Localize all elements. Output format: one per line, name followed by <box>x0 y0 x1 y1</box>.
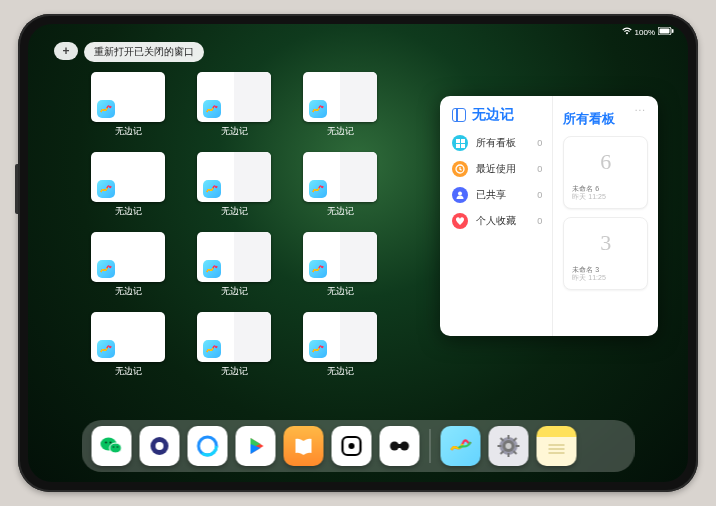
freeform-app-icon <box>203 100 221 118</box>
svg-rect-2 <box>672 29 674 33</box>
freeform-app-icon <box>309 340 327 358</box>
window-preview <box>91 312 165 362</box>
screen: 100% + 重新打开已关闭的窗口 无边记 无边记 <box>28 24 688 482</box>
window-label: 无边记 <box>327 205 354 218</box>
dock-app-freeform[interactable] <box>441 426 481 466</box>
window-preview <box>197 72 271 122</box>
clock-icon <box>452 161 468 177</box>
battery-icon <box>658 27 674 37</box>
window-preview <box>303 232 377 282</box>
dock-app-quark[interactable] <box>140 426 180 466</box>
sidebar-item-label: 已共享 <box>476 188 506 202</box>
sidebar-item-count: 0 <box>537 216 542 226</box>
svg-line-32 <box>514 451 517 454</box>
heart-icon <box>452 213 468 229</box>
sidebar-item[interactable]: 所有看板 0 <box>452 130 542 156</box>
window-thumbnail[interactable]: 无边记 <box>82 312 174 384</box>
freeform-app-icon <box>97 340 115 358</box>
dock-app-wechat[interactable] <box>92 426 132 466</box>
window-thumbnail[interactable]: 无边记 <box>294 152 386 224</box>
svg-point-26 <box>506 443 512 449</box>
window-preview <box>303 312 377 362</box>
panel-more-icon[interactable]: ... <box>635 102 646 113</box>
window-preview <box>197 232 271 282</box>
window-thumbnail[interactable]: 无边记 <box>82 72 174 144</box>
board-title: 未命名 6 <box>572 185 639 193</box>
dock-separator <box>430 429 431 463</box>
window-label: 无边记 <box>221 365 248 378</box>
window-label: 无边记 <box>221 285 248 298</box>
sidebar-item[interactable]: 个人收藏 0 <box>452 208 542 234</box>
window-thumbnail[interactable]: 无边记 <box>294 72 386 144</box>
freeform-app-icon <box>309 100 327 118</box>
sidebar-item-count: 0 <box>537 190 542 200</box>
freeform-app-icon <box>203 180 221 198</box>
svg-point-10 <box>110 443 122 453</box>
window-label: 无边记 <box>221 205 248 218</box>
dock-app-fitness[interactable] <box>380 426 420 466</box>
dock <box>82 420 635 472</box>
svg-line-31 <box>501 438 504 441</box>
svg-rect-5 <box>456 144 460 148</box>
window-thumbnail[interactable]: 无边记 <box>188 152 280 224</box>
dock-app-qq-browser[interactable] <box>188 426 228 466</box>
window-preview <box>91 152 165 202</box>
reopen-label: 重新打开已关闭的窗口 <box>94 46 194 57</box>
window-thumbnail[interactable]: 无边记 <box>294 312 386 384</box>
board-sketch: 3 <box>568 222 643 264</box>
svg-rect-6 <box>461 144 465 148</box>
window-preview <box>197 312 271 362</box>
dock-app-books[interactable] <box>284 426 324 466</box>
window-thumbnail[interactable]: 无边记 <box>294 232 386 304</box>
sidebar-item-label: 最近使用 <box>476 162 516 176</box>
board-subtitle: 昨天 11:25 <box>572 193 639 201</box>
window-thumbnail[interactable]: 无边记 <box>188 312 280 384</box>
board-card[interactable]: 3 未命名 3 昨天 11:25 <box>563 217 648 290</box>
svg-rect-3 <box>456 139 460 143</box>
window-thumbnail[interactable]: 无边记 <box>188 72 280 144</box>
window-preview <box>303 152 377 202</box>
board-title: 未命名 3 <box>572 266 639 274</box>
svg-rect-1 <box>660 29 670 34</box>
window-thumbnail[interactable]: 无边记 <box>82 232 174 304</box>
grid-icon <box>452 135 468 151</box>
freeform-panel[interactable]: ... 无边记 所有看板 0 最近使用 0 已共享 0 个人收藏 0 所有看板 … <box>440 96 658 336</box>
svg-point-11 <box>105 442 107 444</box>
dock-app-notes[interactable] <box>537 426 577 466</box>
window-label: 无边记 <box>327 125 354 138</box>
window-preview <box>91 232 165 282</box>
svg-rect-4 <box>461 139 465 143</box>
svg-point-8 <box>458 191 462 195</box>
status-bar: 100% <box>28 24 688 40</box>
sidebar-toggle-icon[interactable] <box>452 108 466 122</box>
battery-text: 100% <box>635 28 655 37</box>
dock-app-library[interactable] <box>585 426 625 466</box>
board-meta: 未命名 6 昨天 11:25 <box>568 183 643 204</box>
sidebar-item[interactable]: 最近使用 0 <box>452 156 542 182</box>
svg-point-13 <box>113 446 115 448</box>
reopen-closed-window-pill[interactable]: 重新打开已关闭的窗口 <box>84 42 204 62</box>
window-thumbnail[interactable]: 无边记 <box>188 232 280 304</box>
dock-app-video[interactable] <box>236 426 276 466</box>
hardware-button <box>15 164 18 214</box>
freeform-app-icon <box>97 100 115 118</box>
freeform-app-icon <box>309 260 327 278</box>
dock-app-dice[interactable] <box>332 426 372 466</box>
panel-content: 所有看板 6 未命名 6 昨天 11:25 3 未命名 3 昨天 11:25 <box>553 96 658 336</box>
svg-point-20 <box>349 443 355 449</box>
window-grid: 无边记 无边记 无边记 无边记 无边记 <box>82 72 386 384</box>
sidebar-item-label: 所有看板 <box>476 136 516 150</box>
board-sketch: 6 <box>568 141 643 183</box>
board-card[interactable]: 6 未命名 6 昨天 11:25 <box>563 136 648 209</box>
window-preview <box>91 72 165 122</box>
plus-icon: + <box>62 44 69 58</box>
person-icon <box>452 187 468 203</box>
board-subtitle: 昨天 11:25 <box>572 274 639 282</box>
window-thumbnail[interactable]: 无边记 <box>82 152 174 224</box>
new-window-button[interactable]: + <box>54 42 78 60</box>
window-preview <box>303 72 377 122</box>
window-label: 无边记 <box>115 285 142 298</box>
sidebar-item[interactable]: 已共享 0 <box>452 182 542 208</box>
window-label: 无边记 <box>115 205 142 218</box>
dock-app-settings[interactable] <box>489 426 529 466</box>
